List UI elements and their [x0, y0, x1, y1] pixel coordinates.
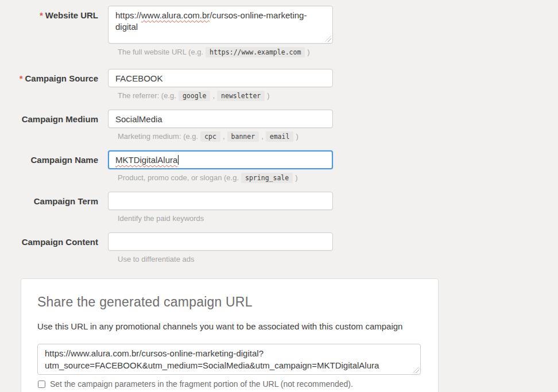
generated-url-line2: utm_source=FACEBOOK&utm_medium=SocialMed… [45, 359, 413, 371]
campaign-content-help: Use to differentiate ads [118, 255, 558, 264]
campaign-name-input[interactable]: MKTDigitalAlura [108, 150, 333, 169]
field-group-website-url: *Website URL https://www.alura.com.br/cu… [0, 6, 558, 57]
generated-url-line1: https://www.alura.com.br/cursos-online-m… [45, 347, 413, 359]
campaign-source-help: The referrer: (e.g.google,newsletter) [118, 91, 558, 100]
campaign-source-input[interactable]: FACEBOOK [108, 69, 333, 87]
campaign-name-label: Campaign Name [0, 150, 108, 165]
fragment-checkbox-label[interactable]: Set the campaign parameters in the fragm… [50, 379, 353, 389]
code-chip: newsletter [217, 91, 265, 101]
field-group-campaign-source: *Campaign Source FACEBOOK The referrer: … [0, 69, 558, 100]
campaign-term-input[interactable] [108, 192, 333, 210]
resize-grip-icon[interactable] [325, 36, 331, 42]
code-chip: https://www.example.com [206, 47, 305, 57]
code-chip: google [179, 91, 211, 101]
website-url-label: *Website URL [0, 6, 108, 20]
required-asterisk: * [40, 10, 43, 20]
share-card-description: Use this URL in any promotional channels… [37, 321, 422, 331]
campaign-term-label: Campaign Term [0, 192, 108, 206]
campaign-content-label: Campaign Content [0, 232, 108, 247]
field-group-campaign-content: Campaign Content Use to differentiate ad… [0, 232, 558, 264]
generated-url-textarea[interactable]: https://www.alura.com.br/cursos-online-m… [37, 344, 421, 375]
text-cursor [178, 155, 179, 165]
utm-builder-form: *Website URL https://www.alura.com.br/cu… [0, 0, 558, 392]
campaign-content-input[interactable] [108, 232, 333, 251]
url-misspelled-segment: www.alura.com.br [141, 10, 210, 20]
resize-grip-icon[interactable] [413, 367, 419, 373]
field-group-campaign-name: Campaign Name MKTDigitalAlura Product, p… [0, 150, 558, 183]
website-url-help: The full website URL (e.g.https://www.ex… [118, 48, 558, 57]
field-group-campaign-term: Campaign Term Identify the paid keywords [0, 192, 558, 223]
campaign-medium-label: Campaign Medium [0, 110, 108, 124]
campaign-medium-help: Marketing medium: (e.g.cpc,banner,email) [118, 132, 558, 141]
code-chip: spring_sale [241, 173, 293, 183]
campaign-source-label: *Campaign Source [0, 69, 108, 83]
code-chip: email [266, 131, 294, 142]
required-asterisk: * [20, 73, 23, 83]
website-url-textarea[interactable]: https://www.alura.com.br/cursos-online-m… [108, 6, 333, 44]
fragment-checkbox[interactable] [38, 381, 45, 388]
campaign-medium-input[interactable]: SocialMedia [108, 110, 333, 128]
url-prefix: https:// [115, 10, 141, 20]
campaign-term-help: Identify the paid keywords [118, 214, 558, 223]
share-url-card: Share the generated campaign URL Use thi… [21, 278, 439, 392]
share-card-title: Share the generated campaign URL [37, 294, 422, 310]
code-chip: banner [227, 131, 259, 142]
field-group-campaign-medium: Campaign Medium SocialMedia Marketing me… [0, 110, 558, 141]
campaign-name-help: Product, promo code, or slogan (e.g.spri… [118, 173, 558, 183]
campaign-name-value: MKTDigitalAlura [115, 155, 177, 165]
code-chip: cpc [200, 131, 220, 142]
